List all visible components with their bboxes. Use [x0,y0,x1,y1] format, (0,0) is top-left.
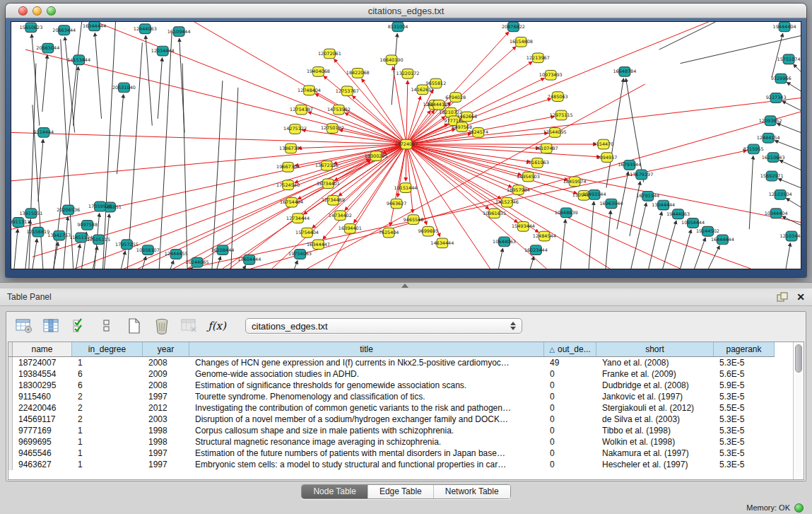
graph-node-label: 13220172 [396,71,420,76]
graph-edge [749,156,753,230]
cell-in_degree: 2 [72,391,143,402]
panel-splitter[interactable] [0,282,812,288]
graph-edge [631,203,647,269]
scrollbar-thumb[interactable] [795,344,802,373]
graph-edge [121,251,125,269]
cell-title: Structural magnetic resonance image aver… [189,436,544,448]
graph-node-label: 12505115 [87,237,110,243]
graph-edge [65,37,75,132]
column-header-in_degree[interactable]: in_degree [72,342,143,356]
float-panel-icon[interactable] [777,292,788,302]
vertical-scrollbar[interactable] [793,342,804,479]
table-row[interactable]: 911546021997Tourette syndrome. Phenomeno… [8,391,775,402]
select-all-icon[interactable] [70,317,88,335]
table-panel-title: Table Panel [7,292,52,302]
graph-node-label: 20206536 [57,207,80,213]
splitter-handle-icon[interactable] [401,284,408,288]
network-graph[interactable]: 1872400716154808122139671097349374850631… [11,22,801,269]
graph-node-label: 10644063 [493,239,516,245]
column-header-name[interactable]: name [13,342,72,356]
network-canvas[interactable]: 1872400716154808122139671097349374850631… [11,21,801,269]
table-row[interactable]: 946362711997Embryonic stem cells: a mode… [8,459,775,470]
table-row[interactable]: 1456911722003Disruption of a novel membe… [8,414,775,425]
cell-out_de: 49 [544,357,596,368]
table-row[interactable]: 1872400712008Changes of HCN gene express… [8,357,775,368]
graph-node-label: 12034444 [151,48,175,54]
tab-node-table[interactable]: Node Table [302,485,368,498]
cell-short: Hescheler et al. (1997) [596,459,714,470]
new-document-icon[interactable] [125,317,143,335]
graph-node-label: 20663044 [36,45,59,51]
graph-node-label: 13867301 [279,146,302,151]
graph-edge [95,33,101,119]
column-header-title[interactable]: title [189,342,544,356]
graph-node-label: 16107487 [535,146,558,151]
graph-edge [659,22,716,49]
table-row[interactable]: 946554611997Estimation of the future num… [8,448,775,459]
graph-node-label: 10648639 [555,210,578,216]
graph-node-label: 14152746 [495,199,519,205]
tab-network-table[interactable]: Network Table [434,485,510,498]
column-header-year[interactable]: year [143,342,189,356]
graph-edge [180,38,184,132]
graph-node-label: 16210643 [762,155,785,160]
graph-node-label: 18300295 [365,153,388,159]
memory-status-indicator[interactable] [794,503,804,513]
graph-node-label: 16344447 [307,242,330,247]
cell-out_de: 0 [544,436,596,448]
tab-edge-table[interactable]: Edge Table [368,485,434,498]
graph-edge [362,78,406,144]
column-header-short[interactable]: short [596,342,714,356]
graph-edge [345,113,406,144]
table-settings-icon[interactable] [15,317,33,335]
cell-pagerank: 5.3E-5 [714,436,775,448]
delete-table-icon[interactable] [180,317,199,335]
graph-edge [606,211,611,269]
graph-node-label: 16648784 [613,69,636,74]
table-selector-combobox[interactable]: citations_edges.txt [245,318,522,334]
window-titlebar[interactable]: citations_edges.txt [6,4,806,18]
graph-node-label: 11544095 [543,129,567,135]
network-view-frame: 1872400716154808122139671097349374850631… [6,19,806,277]
row-height-icon[interactable] [98,317,116,335]
column-header-label: short [645,344,664,354]
graph-edge [406,144,501,199]
cell-name: 9463627 [13,459,72,470]
graph-node-label: 18422068 [346,70,370,76]
table-row[interactable]: 977716911998Corpus callosum shape and si… [8,425,775,436]
graph-edge [11,132,406,144]
column-header-label: pagerank [726,344,761,354]
column-header-label: title [360,344,373,354]
graph-edge [38,139,43,201]
table-panel-header: Table Panel ✕ [0,288,812,306]
close-panel-icon[interactable]: ✕ [796,292,805,302]
delete-icon[interactable] [153,317,171,335]
graph-node-label: 16754404 [280,199,303,205]
graph-edge [406,144,406,181]
table-row[interactable]: 1830029562008Estimation of significance … [8,380,775,391]
cell-pagerank: 5.6E-5 [714,368,775,380]
cell-name: 19384554 [13,368,72,380]
graph-node-label: 12975115 [550,112,573,118]
graph-node-label: 9227343 [766,95,787,101]
graph-node-label: 19151444 [394,185,418,191]
graph-node-label: 11444128 [427,102,450,107]
function-builder-icon[interactable]: ƒ(x) [208,317,226,335]
graph-node-label: 8131004 [388,24,408,30]
table-panel-body: ƒ(x) citations_edges.txt namein_degreeye… [0,306,812,481]
graph-edge [93,247,98,269]
graph-edge [794,64,801,71]
graph-node-label: 7625404 [379,230,399,235]
column-header-pagerank[interactable]: pagerank [714,342,775,356]
cell-out_de: 0 [544,459,596,470]
cell-name: 18300295 [13,380,72,391]
cell-title: Estimation of the future numbers of pati… [189,448,544,459]
column-header-label: in_degree [88,344,126,354]
column-header-out_de[interactable]: △out_de... [544,342,596,356]
table-row[interactable]: 969969511998Structural magnetic resonanc… [8,436,775,448]
cell-year: 2008 [143,380,189,391]
table-row[interactable]: 1938455462009Genome-wide association stu… [8,368,775,380]
table-row[interactable]: 2242004622012Investigating the contribut… [8,402,775,414]
graph-node-label: 12754387 [290,107,313,112]
column-selector-icon[interactable] [42,317,61,335]
